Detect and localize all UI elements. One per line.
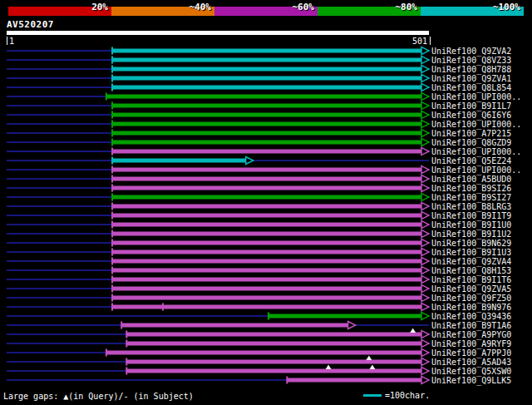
- hit-start-tick: [111, 185, 113, 192]
- query-gap-triangle-icon: [410, 328, 416, 333]
- hit-arrowhead: [421, 203, 429, 210]
- hit-arrowhead: [421, 57, 429, 64]
- hit-start-tick: [111, 121, 113, 128]
- hit-start-tick: [111, 75, 113, 82]
- hit-bar[interactable]: [126, 360, 421, 364]
- hit-arrowhead: [421, 194, 429, 201]
- hit-bar[interactable]: [112, 58, 421, 62]
- hit-bar[interactable]: [126, 333, 421, 337]
- blast-overview-screen: 20%~40%~60%~80%~100% AV520207 1 501 UniR…: [0, 0, 532, 405]
- hit-bar[interactable]: [112, 195, 421, 200]
- hit-bar[interactable]: [112, 278, 421, 282]
- hit-arrowhead: [421, 249, 429, 256]
- hit-start-tick: [111, 84, 113, 91]
- hit-arrowhead: [421, 130, 429, 137]
- alignment-row: UniRef100_A5AD43: [7, 356, 511, 368]
- hit-bar[interactable]: [112, 168, 421, 172]
- hit-start-tick: [111, 221, 113, 229]
- hit-bar[interactable]: [126, 342, 421, 346]
- hit-start-tick: [111, 157, 113, 165]
- hit-start-tick: [106, 349, 107, 357]
- hit-bar[interactable]: [287, 378, 421, 383]
- scale-label-1: 20%: [91, 2, 108, 12]
- hit-bar[interactable]: [112, 113, 421, 117]
- hit-bar[interactable]: [112, 287, 421, 291]
- hit-arrowhead: [421, 185, 429, 192]
- hit-arrowhead: [421, 340, 429, 348]
- hit-bar[interactable]: [112, 296, 421, 300]
- hit-start-tick: [126, 331, 127, 338]
- hit-arrowhead: [421, 258, 429, 265]
- hit-start-tick: [111, 194, 113, 201]
- hit-bar[interactable]: [112, 131, 421, 136]
- hit-start-tick: [111, 230, 113, 238]
- hit-start-tick: [106, 93, 107, 101]
- hit-bar[interactable]: [112, 241, 421, 245]
- scale-label-4: ~80%: [396, 2, 418, 12]
- hit-arrowhead: [421, 212, 429, 220]
- large-gaps-legend: Large gaps: ▲(in Query)/- (in Subject): [3, 392, 194, 401]
- hit-bar[interactable]: [112, 205, 421, 209]
- hit-start-tick: [111, 304, 113, 311]
- hit-start-tick: [111, 102, 113, 110]
- hit-arrowhead: [421, 285, 429, 293]
- hit-arrowhead: [421, 331, 429, 338]
- hit-arrowhead: [421, 139, 429, 146]
- ruler-end-label: 501: [412, 37, 427, 46]
- footer-legend: Large gaps: ▲(in Query)/- (in Subject) =…: [0, 391, 532, 403]
- hit-bar[interactable]: [112, 259, 421, 264]
- hit-arrowhead: [421, 121, 429, 128]
- hit-arrowhead: [421, 93, 429, 101]
- query-gap-triangle-icon: [326, 365, 332, 370]
- hit-bar[interactable]: [112, 67, 421, 72]
- scale-label-5: ~100%: [493, 2, 520, 12]
- hit-start-tick: [111, 111, 113, 119]
- ruler-start-label: 1: [9, 37, 14, 46]
- hit-bar[interactable]: [112, 150, 421, 154]
- identity-scalebar: 20%~40%~60%~80%~100%: [8, 7, 524, 16]
- hit-bar[interactable]: [106, 95, 421, 99]
- hit-start-tick: [111, 139, 113, 146]
- hit-bar[interactable]: [112, 77, 421, 81]
- hit-bar[interactable]: [112, 269, 421, 273]
- hit-arrowhead: [246, 157, 254, 165]
- hit-label[interactable]: UniRef100_Q9LLK5: [431, 376, 511, 386]
- hit-bar[interactable]: [126, 369, 421, 373]
- hsp-boundary-tick: [162, 304, 164, 311]
- hit-bar[interactable]: [112, 159, 246, 163]
- hit-bar[interactable]: [112, 86, 421, 90]
- scale-label-3: ~60%: [293, 2, 315, 12]
- query-bar: [7, 31, 429, 35]
- hit-arrowhead: [421, 240, 429, 247]
- hit-bar[interactable]: [112, 232, 421, 236]
- hit-bar[interactable]: [112, 177, 421, 181]
- hit-start-tick: [111, 258, 113, 265]
- hit-bar[interactable]: [112, 250, 421, 254]
- hit-start-tick: [111, 240, 113, 247]
- hit-start-tick: [111, 294, 113, 302]
- hit-bar[interactable]: [112, 104, 421, 108]
- hit-bar[interactable]: [106, 351, 421, 355]
- hit-arrowhead: [421, 221, 429, 229]
- hit-start-tick: [121, 322, 122, 329]
- hit-bar[interactable]: [121, 324, 347, 328]
- hit-bar[interactable]: [112, 223, 421, 227]
- hit-start-tick: [111, 148, 113, 156]
- hit-bar[interactable]: [112, 141, 421, 145]
- hit-bar[interactable]: [112, 122, 421, 126]
- ruler-right-tick: [430, 37, 431, 45]
- hit-bar[interactable]: [112, 305, 421, 309]
- ruler-left-tick: [7, 37, 7, 45]
- hit-bar[interactable]: [112, 186, 421, 190]
- hit-bar[interactable]: [268, 314, 421, 319]
- hit-bar[interactable]: [112, 214, 421, 218]
- hit-start-tick: [286, 377, 288, 384]
- hit-start-tick: [111, 47, 113, 55]
- hit-start-tick: [111, 203, 113, 210]
- hit-arrowhead: [421, 267, 429, 274]
- hit-arrowhead: [421, 111, 429, 119]
- hit-bar[interactable]: [112, 49, 421, 53]
- hit-start-tick: [111, 285, 113, 293]
- hit-arrowhead: [421, 349, 429, 357]
- query-gap-triangle-icon: [369, 365, 375, 370]
